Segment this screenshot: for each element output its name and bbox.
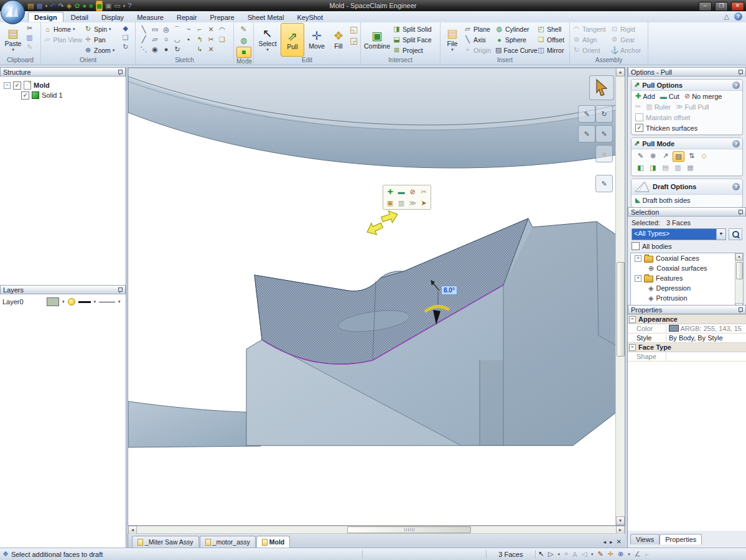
help-icon[interactable]: ? [732,140,740,147]
cut-material-icon[interactable]: ▬ [396,186,407,197]
collapse-icon[interactable]: − [4,82,11,89]
line-style-sample[interactable] [99,302,115,302]
cut-icon[interactable]: ✂ [26,24,34,32]
sketch-fillet-icon[interactable]: ⌐ [198,26,202,33]
shell-button[interactable]: ◰ Shell [537,24,566,34]
selection-tree[interactable]: + Coaxial Faces ⊕ Coaxial surfaces + Fea… [630,253,744,311]
expand-icon[interactable]: + [635,255,641,262]
sketch-arc2-icon[interactable]: ◡ [174,35,180,44]
pan-tool-icon[interactable]: ✛ [608,550,613,558]
format-painter-icon[interactable]: ✎ [26,43,34,51]
pull-button[interactable]: ⇗ Pull [281,23,304,57]
sketch-split-icon[interactable]: ✂ [208,35,213,44]
measure-tool-icon[interactable]: ∠ [635,550,641,558]
sketch-point-icon[interactable]: • [187,35,190,43]
viewport-light-button[interactable]: ☼ [595,145,613,162]
collapse-icon[interactable]: − [629,344,636,351]
sketch-circle-icon[interactable]: ◎ [163,26,169,34]
tab-repair[interactable]: Repair [171,12,202,22]
minimize-button[interactable]: – [699,2,712,11]
pin-icon[interactable] [118,70,123,74]
pull-extrude-icon[interactable]: ↗ [660,151,671,161]
chevron-down-icon[interactable]: ▼ [716,229,725,240]
sketch-donut-icon[interactable]: ● [164,45,169,53]
file-button[interactable]: ▤ File ▾ [443,23,462,55]
stack-faces-icon[interactable]: ◲ [350,35,358,45]
view-cube-icon[interactable]: ◆ [121,24,129,32]
section-mode-icon[interactable]: ◍ [237,35,251,45]
search-button[interactable] [729,228,742,240]
lock-tool-icon[interactable]: ⌐ [645,551,649,558]
no-merge-option[interactable]: ⊘ No merge [684,92,722,100]
scroll-up-icon[interactable]: ▲ [616,68,625,77]
tab-views[interactable]: Views [630,534,660,544]
plan-view-button[interactable]: ▱ Plan View [44,35,82,44]
sketch-spline-icon[interactable]: ~ [187,26,190,33]
tab-properties[interactable]: Properties [660,534,702,544]
maintain-offset-checkbox[interactable] [635,113,643,121]
tab-measure[interactable]: Measure [131,12,169,22]
tab-prepare[interactable]: Prepare [204,12,240,22]
undo-icon[interactable]: ↶ [50,1,55,11]
dropdown-icon[interactable]: ▾ [62,299,65,304]
prev-tab-icon[interactable]: ◂ [604,539,607,545]
qat-help-icon[interactable]: ? [128,1,131,11]
model-canvas[interactable] [128,68,616,525]
tangent-button[interactable]: ◠ Tangent [572,24,608,34]
all-bodies-checkbox[interactable] [632,242,640,250]
shape-row[interactable]: Shape [628,352,746,362]
help-icon[interactable]: ? [734,12,742,21]
combine-button[interactable]: ▣ Combine [363,23,391,55]
viewport-select-button[interactable] [589,75,614,100]
tree-item-features[interactable]: + Features [631,273,743,283]
color-swatch[interactable] [669,325,679,332]
solid-mode-icon[interactable]: ■ [236,47,251,58]
pull-scale-icon[interactable]: ⇅ [686,151,697,161]
layer-row[interactable]: Layer0 ▾ ▾ ▾ [0,296,126,307]
paste-button[interactable]: ▤ Paste ▾ [2,23,24,55]
selection-panel-header[interactable]: Selection [628,207,746,217]
viewport-spin-button[interactable]: ↻ [595,105,613,123]
tree-scroll-thumb[interactable] [736,262,743,279]
pull-option5-icon[interactable]: ▦ [685,163,696,172]
spin-tool-icon[interactable]: ◁ [582,550,587,558]
close-tab-icon[interactable]: ✕ [617,538,622,545]
pull-sweep-icon[interactable]: ◇ [699,151,709,161]
ruler-option[interactable]: ▥ Ruler [646,103,671,111]
dropdown-icon[interactable]: ▾ [628,552,630,557]
component-cursor-icon[interactable]: ▷ [548,550,553,558]
sketch-mode-icon[interactable]: ✎ [237,24,251,34]
tree-item-mold[interactable]: − ✓ Mold [0,80,126,90]
leaf-icon[interactable]: ✿ [74,1,80,11]
box-option-icon[interactable]: ▣ [385,197,396,208]
frame-mode-icon[interactable]: ▣ [105,1,111,11]
sphere-mode-icon[interactable]: ● [82,1,86,11]
collapse-icon[interactable]: − [629,316,636,323]
text-icon[interactable]: A [572,551,577,558]
viewport-pull-button[interactable]: ✎ [595,175,613,192]
open-icon[interactable]: ▤ [27,1,34,11]
mirror-button[interactable]: ◫ Mirror [537,45,566,55]
cut-option[interactable]: ▬ Cut [660,93,679,100]
sphere-button[interactable]: ● Sphere [495,35,535,44]
sketch-bend-icon[interactable]: ◠ [219,26,225,34]
viewport-annotate-button[interactable]: ✎ [595,125,613,142]
replace-face-icon[interactable]: ◱ [350,24,358,34]
project-button[interactable]: ⊞ Project [393,45,432,55]
style-pill-icon[interactable]: ▭ [114,1,120,11]
copy-icon[interactable]: ▥ [26,34,34,42]
pin-icon[interactable] [739,210,743,214]
add-option[interactable]: ✚ Add [635,92,655,100]
box-mode-icon[interactable]: ■ [89,1,93,11]
3d-viewport[interactable]: ✚ ▬ ⊘ ✂ ▣ ▥ ≫ ➤ 8.0° ✎ ↻ ✎ ✎ ☼ ✎ ▲ ▼ [128,67,625,526]
pull-option4-icon[interactable]: ▥ [673,163,683,172]
pull-draft-icon[interactable]: ▨ [673,151,684,162]
viewport-sketch-button[interactable]: ✎ [578,125,595,142]
tree-item-solid1[interactable]: ✓ Solid 1 [0,90,126,100]
color-row[interactable]: Color ARGB: 255, 143, 15 [628,324,746,334]
layers-view-icon[interactable]: ❏ [121,34,129,42]
fill-button[interactable]: ❖ Fill [329,23,348,55]
dropdown-icon[interactable]: ▾ [94,299,96,304]
move-button[interactable]: ✛ Move [306,23,327,55]
line-weight-sample[interactable] [78,301,91,303]
